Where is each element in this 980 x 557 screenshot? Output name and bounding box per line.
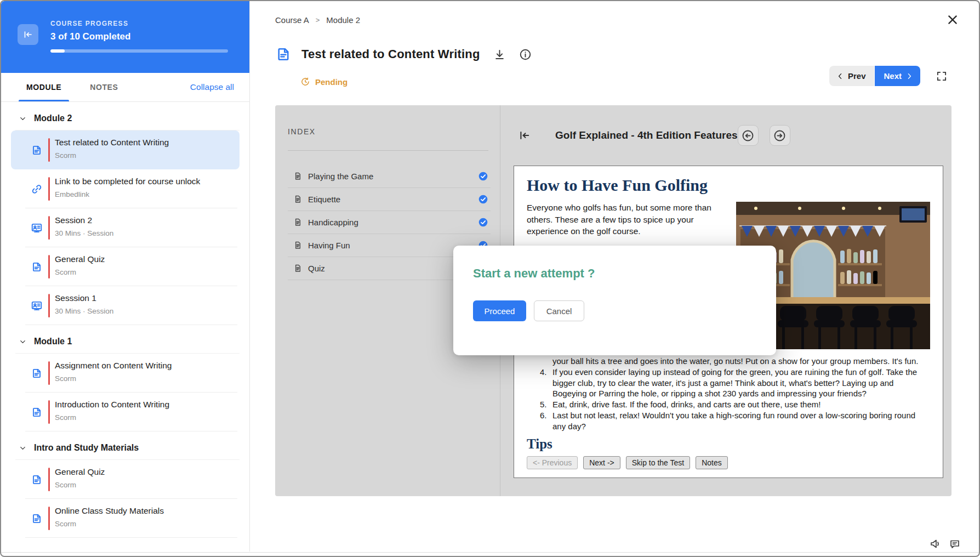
download-button[interactable] [493, 48, 506, 61]
golf-nav-button[interactable]: Next -> [583, 456, 620, 469]
index-item-label: Handicapping [308, 218, 358, 227]
collapse-left-icon [22, 29, 33, 40]
chat-button[interactable] [949, 538, 960, 549]
module-section-header[interactable]: Module 2 [1, 102, 249, 130]
module-item[interactable]: Online Class Study MaterialsScorm [11, 499, 240, 538]
circle-arrow-right-icon [773, 129, 786, 142]
tab-notes[interactable]: NOTES [76, 73, 132, 101]
module-item[interactable]: Introduction to Content WritingScorm [11, 393, 240, 431]
status-text: Pending [315, 77, 347, 87]
info-button[interactable] [519, 48, 532, 61]
module-item[interactable]: Session 230 Mins · Session [11, 208, 240, 247]
content-title-row: Test related to Content Writing [275, 46, 532, 62]
item-accent-bar [48, 138, 50, 162]
fullscreen-icon [936, 70, 948, 82]
next-button[interactable]: Next [875, 66, 920, 86]
chat-icon [949, 538, 960, 549]
module-item-title: General Quiz [55, 254, 234, 264]
module-item-subtitle: Scorm [55, 374, 234, 383]
pending-icon [300, 77, 310, 87]
golf-nav-button[interactable]: <- Previous [527, 456, 578, 469]
module-item-subtitle: Scorm [55, 520, 234, 528]
module-item-title: Test related to Content Writing [55, 138, 234, 147]
module-item[interactable]: General QuizScorm [11, 247, 240, 286]
golf-nav-buttons: <- PreviousNext ->Skip to the TestNotes [527, 456, 930, 469]
player-next-button[interactable] [770, 125, 790, 146]
module-item-subtitle: Scorm [55, 481, 234, 489]
module-item-title: Sesssion 1 [55, 293, 234, 303]
module-item-subtitle: Scorm [55, 151, 234, 160]
golf-list-item: 6.Last but not least, relax! Wouldn't yo… [540, 410, 930, 432]
session-icon [31, 300, 43, 312]
bottom-divider [1, 552, 979, 553]
status-badge: Pending [300, 77, 347, 87]
index-item-label: Playing the Game [308, 172, 373, 181]
module-item-subtitle: Scorm [55, 268, 234, 276]
doc-icon [293, 241, 303, 250]
player-collapse-button[interactable] [518, 129, 531, 142]
module-item[interactable]: Test related to Content WritingScorm [11, 130, 240, 169]
chevron-down-icon [19, 444, 27, 452]
module-item[interactable]: Assignment on Content WritingScorm [11, 354, 240, 393]
module-section-header[interactable]: Intro and Study Materials [1, 431, 249, 460]
fullscreen-button[interactable] [936, 70, 948, 82]
golf-nav-button[interactable]: Notes [696, 456, 728, 469]
new-attempt-dialog: Start a new attempt ? Proceed Cancel [453, 246, 776, 355]
chevron-down-icon [19, 115, 27, 123]
doc-icon [293, 218, 303, 227]
scorm-file-icon [31, 367, 43, 379]
index-item[interactable]: Etiquette [288, 188, 491, 211]
module-item-subtitle: Scorm [55, 413, 234, 422]
golf-nav-button[interactable]: Skip to the Test [626, 456, 690, 469]
download-icon [493, 48, 506, 61]
course-progress-fill [50, 49, 65, 53]
module-section-title: Module 1 [34, 337, 72, 346]
golf-list-text: If you even consider laying up instead o… [552, 367, 930, 399]
prev-label: Prev [848, 71, 866, 81]
scorm-file-icon [31, 261, 43, 273]
course-progress-value: 3 of 10 Completed [50, 31, 233, 42]
check-circle-icon [478, 217, 488, 228]
golf-list-item: 5.Eat, drink, drive fast. If the food, d… [540, 399, 930, 410]
tab-module[interactable]: MODULE [12, 73, 76, 101]
module-item[interactable]: Link to be completed for course unlockEm… [11, 169, 240, 208]
index-item-label: Etiquette [308, 195, 340, 204]
player-header: Golf Explained - 4th Edition Features [514, 105, 944, 166]
module-item-subtitle: 30 Mins · Session [55, 229, 234, 237]
proceed-button[interactable]: Proceed [473, 300, 526, 321]
close-icon [946, 13, 959, 26]
module-section-title: Module 2 [34, 113, 72, 123]
tips-heading: Tips [527, 436, 930, 452]
index-item[interactable]: Handicapping [288, 211, 491, 234]
course-player-window: COURSE PROGRESS 3 of 10 Completed MODULE… [0, 0, 980, 557]
breadcrumb-item: Module 2 [326, 15, 360, 25]
check-circle-icon [478, 171, 488, 181]
prev-button[interactable]: Prev [829, 66, 875, 86]
sidebar-collapse-button[interactable] [18, 24, 38, 45]
info-icon [519, 48, 532, 61]
index-item-label: Having Fun [308, 241, 350, 250]
module-item[interactable]: Sesssion 130 Mins · Session [11, 286, 240, 325]
scorm-file-icon [31, 513, 43, 525]
chevron-down-icon [19, 338, 27, 346]
announcement-button[interactable] [930, 538, 941, 549]
module-item-title: General Quiz [55, 467, 234, 477]
module-item-title: Assignment on Content Writing [55, 361, 234, 371]
cancel-button[interactable]: Cancel [534, 300, 584, 321]
collapse-all-link[interactable]: Collapse all [190, 73, 234, 101]
footer-icons [930, 538, 960, 549]
item-accent-bar [48, 255, 50, 278]
close-button[interactable] [946, 13, 959, 26]
index-item[interactable]: Playing the Game [288, 165, 491, 188]
module-item-subtitle: Embedlink [55, 190, 234, 198]
module-item[interactable]: General QuizScorm [11, 460, 240, 499]
module-section-header[interactable]: Module 1 [1, 325, 249, 354]
player-prev-button[interactable] [738, 125, 759, 146]
module-item-title: Introduction to Content Writing [55, 400, 234, 410]
session-icon [31, 222, 43, 234]
circle-arrow-left-icon [742, 129, 754, 142]
item-accent-bar [48, 361, 50, 385]
doc-icon [293, 264, 303, 273]
pager: Prev Next [829, 66, 948, 86]
breadcrumb-item[interactable]: Course A [275, 15, 309, 25]
